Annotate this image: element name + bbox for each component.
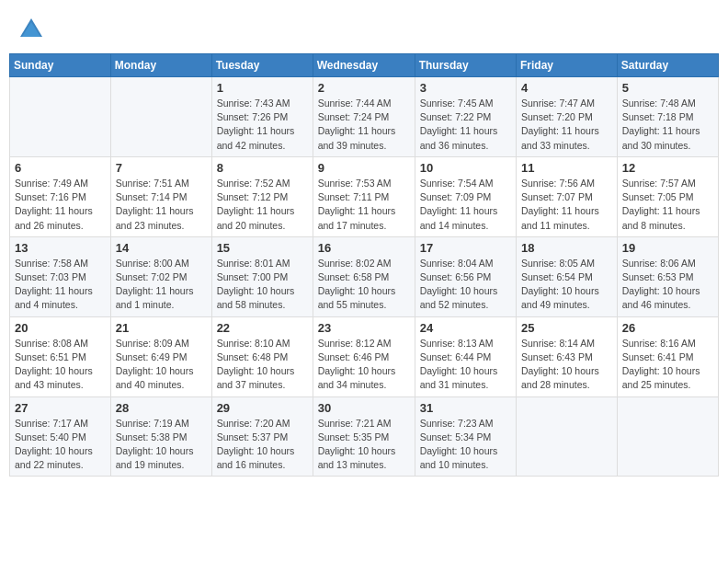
calendar-day-cell: 6Sunrise: 7:49 AM Sunset: 7:16 PM Daylig… [10, 156, 111, 236]
calendar-day-cell [110, 77, 211, 157]
day-info: Sunrise: 7:49 AM Sunset: 7:16 PM Dayligh… [15, 177, 106, 233]
day-info: Sunrise: 7:45 AM Sunset: 7:22 PM Dayligh… [420, 97, 511, 153]
calendar-day-cell: 10Sunrise: 7:54 AM Sunset: 7:09 PM Dayli… [415, 156, 516, 236]
day-number: 8 [217, 161, 308, 175]
calendar-day-cell: 31Sunrise: 7:23 AM Sunset: 5:34 PM Dayli… [415, 396, 516, 477]
day-info: Sunrise: 8:09 AM Sunset: 6:49 PM Dayligh… [116, 337, 207, 393]
day-number: 5 [622, 81, 713, 95]
day-number: 2 [318, 81, 410, 95]
calendar-day-cell: 3Sunrise: 7:45 AM Sunset: 7:22 PM Daylig… [415, 77, 516, 157]
calendar-day-cell [10, 77, 111, 157]
day-info: Sunrise: 7:52 AM Sunset: 7:12 PM Dayligh… [217, 177, 308, 233]
day-number: 17 [420, 241, 511, 255]
day-info: Sunrise: 7:56 AM Sunset: 7:07 PM Dayligh… [521, 177, 612, 233]
day-info: Sunrise: 7:51 AM Sunset: 7:14 PM Dayligh… [116, 177, 207, 233]
day-info: Sunrise: 7:17 AM Sunset: 5:40 PM Dayligh… [15, 417, 106, 473]
day-number: 28 [116, 401, 207, 415]
calendar-day-cell: 15Sunrise: 8:01 AM Sunset: 7:00 PM Dayli… [211, 236, 313, 316]
day-info: Sunrise: 7:21 AM Sunset: 5:35 PM Dayligh… [318, 417, 410, 473]
day-number: 15 [217, 241, 308, 255]
calendar-day-cell: 1Sunrise: 7:43 AM Sunset: 7:26 PM Daylig… [211, 77, 313, 157]
calendar-day-cell: 17Sunrise: 8:04 AM Sunset: 6:56 PM Dayli… [415, 236, 516, 316]
day-info: Sunrise: 8:02 AM Sunset: 6:58 PM Dayligh… [318, 257, 410, 313]
calendar-week-row: 6Sunrise: 7:49 AM Sunset: 7:16 PM Daylig… [10, 156, 719, 236]
calendar-day-cell: 12Sunrise: 7:57 AM Sunset: 7:05 PM Dayli… [617, 156, 718, 236]
calendar-day-cell: 9Sunrise: 7:53 AM Sunset: 7:11 PM Daylig… [313, 156, 415, 236]
calendar-week-row: 20Sunrise: 8:08 AM Sunset: 6:51 PM Dayli… [10, 316, 719, 396]
calendar-day-cell: 4Sunrise: 7:47 AM Sunset: 7:20 PM Daylig… [517, 77, 618, 157]
day-number: 3 [420, 81, 511, 95]
calendar-day-cell: 2Sunrise: 7:44 AM Sunset: 7:24 PM Daylig… [313, 77, 415, 157]
day-info: Sunrise: 7:54 AM Sunset: 7:09 PM Dayligh… [420, 177, 511, 233]
day-number: 24 [420, 321, 511, 335]
calendar-day-cell: 5Sunrise: 7:48 AM Sunset: 7:18 PM Daylig… [617, 77, 718, 157]
day-number: 21 [116, 321, 207, 335]
day-info: Sunrise: 7:20 AM Sunset: 5:37 PM Dayligh… [217, 417, 308, 473]
weekday-header: Sunday [10, 54, 111, 77]
weekday-header: Thursday [415, 54, 516, 77]
day-number: 13 [15, 241, 106, 255]
day-info: Sunrise: 7:53 AM Sunset: 7:11 PM Dayligh… [318, 177, 410, 233]
logo [18, 17, 48, 42]
calendar-day-cell: 19Sunrise: 8:06 AM Sunset: 6:53 PM Dayli… [617, 236, 718, 316]
calendar-day-cell: 25Sunrise: 8:14 AM Sunset: 6:43 PM Dayli… [517, 316, 618, 396]
day-number: 12 [622, 161, 713, 175]
weekday-header: Saturday [617, 54, 718, 77]
day-number: 7 [116, 161, 207, 175]
day-number: 14 [116, 241, 207, 255]
day-number: 31 [420, 401, 511, 415]
day-info: Sunrise: 7:57 AM Sunset: 7:05 PM Dayligh… [622, 177, 713, 233]
calendar-day-cell: 26Sunrise: 8:16 AM Sunset: 6:41 PM Dayli… [617, 316, 718, 396]
day-number: 9 [318, 161, 410, 175]
calendar-week-row: 27Sunrise: 7:17 AM Sunset: 5:40 PM Dayli… [10, 396, 719, 477]
calendar-day-cell: 24Sunrise: 8:13 AM Sunset: 6:44 PM Dayli… [415, 316, 516, 396]
calendar-day-cell: 21Sunrise: 8:09 AM Sunset: 6:49 PM Dayli… [110, 316, 211, 396]
day-info: Sunrise: 8:00 AM Sunset: 7:02 PM Dayligh… [116, 257, 207, 313]
calendar-day-cell: 20Sunrise: 8:08 AM Sunset: 6:51 PM Dayli… [10, 316, 111, 396]
day-info: Sunrise: 7:44 AM Sunset: 7:24 PM Dayligh… [318, 97, 410, 153]
day-number: 19 [622, 241, 713, 255]
day-number: 29 [217, 401, 308, 415]
calendar-day-cell: 14Sunrise: 8:00 AM Sunset: 7:02 PM Dayli… [110, 236, 211, 316]
day-info: Sunrise: 8:14 AM Sunset: 6:43 PM Dayligh… [521, 337, 612, 393]
calendar-day-cell: 18Sunrise: 8:05 AM Sunset: 6:54 PM Dayli… [517, 236, 618, 316]
day-info: Sunrise: 8:13 AM Sunset: 6:44 PM Dayligh… [420, 337, 511, 393]
calendar-day-cell: 23Sunrise: 8:12 AM Sunset: 6:46 PM Dayli… [313, 316, 415, 396]
day-number: 18 [521, 241, 612, 255]
calendar-day-cell: 28Sunrise: 7:19 AM Sunset: 5:38 PM Dayli… [110, 396, 211, 477]
calendar-day-cell: 22Sunrise: 8:10 AM Sunset: 6:48 PM Dayli… [211, 316, 313, 396]
weekday-header: Monday [110, 54, 211, 77]
day-info: Sunrise: 8:12 AM Sunset: 6:46 PM Dayligh… [318, 337, 410, 393]
day-number: 22 [217, 321, 308, 335]
calendar-day-cell: 7Sunrise: 7:51 AM Sunset: 7:14 PM Daylig… [110, 156, 211, 236]
weekday-header: Wednesday [313, 54, 415, 77]
calendar-day-cell: 30Sunrise: 7:21 AM Sunset: 5:35 PM Dayli… [313, 396, 415, 477]
day-number: 1 [217, 81, 308, 95]
day-info: Sunrise: 7:23 AM Sunset: 5:34 PM Dayligh… [420, 417, 511, 473]
calendar-day-cell: 8Sunrise: 7:52 AM Sunset: 7:12 PM Daylig… [211, 156, 313, 236]
day-info: Sunrise: 8:08 AM Sunset: 6:51 PM Dayligh… [15, 337, 106, 393]
calendar-week-row: 1Sunrise: 7:43 AM Sunset: 7:26 PM Daylig… [10, 77, 719, 157]
day-number: 4 [521, 81, 612, 95]
calendar-header-row: SundayMondayTuesdayWednesdayThursdayFrid… [10, 54, 719, 77]
weekday-header: Friday [517, 54, 618, 77]
logo-icon [18, 17, 44, 42]
day-info: Sunrise: 8:16 AM Sunset: 6:41 PM Dayligh… [622, 337, 713, 393]
day-info: Sunrise: 7:43 AM Sunset: 7:26 PM Dayligh… [217, 97, 308, 153]
day-info: Sunrise: 8:06 AM Sunset: 6:53 PM Dayligh… [622, 257, 713, 313]
day-number: 10 [420, 161, 511, 175]
calendar-day-cell: 29Sunrise: 7:20 AM Sunset: 5:37 PM Dayli… [211, 396, 313, 477]
day-number: 6 [15, 161, 106, 175]
day-number: 20 [15, 321, 106, 335]
day-number: 27 [15, 401, 106, 415]
day-number: 16 [318, 241, 410, 255]
calendar-table: SundayMondayTuesdayWednesdayThursdayFrid… [9, 53, 719, 477]
day-number: 25 [521, 321, 612, 335]
day-info: Sunrise: 7:58 AM Sunset: 7:03 PM Dayligh… [15, 257, 106, 313]
day-number: 26 [622, 321, 713, 335]
day-info: Sunrise: 7:19 AM Sunset: 5:38 PM Dayligh… [116, 417, 207, 473]
day-info: Sunrise: 8:04 AM Sunset: 6:56 PM Dayligh… [420, 257, 511, 313]
calendar-day-cell: 27Sunrise: 7:17 AM Sunset: 5:40 PM Dayli… [10, 396, 111, 477]
calendar-day-cell [517, 396, 618, 477]
day-info: Sunrise: 8:01 AM Sunset: 7:00 PM Dayligh… [217, 257, 308, 313]
